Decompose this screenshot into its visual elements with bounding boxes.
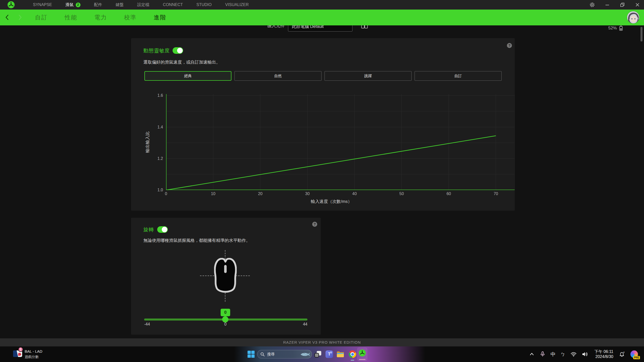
chrome-icon[interactable] [349, 350, 356, 358]
widget-subtitle: 遊戲分數 [25, 355, 39, 359]
dynamic-sensitivity-panel: ? 動態靈敏度 選取偏好的滑鼠速度，或自訂加速輸出。 經典 自然 跳躍 自訂 0… [131, 38, 515, 211]
teams-person-dot [330, 351, 332, 353]
help-icon[interactable]: ? [507, 43, 512, 48]
mode-button-natural[interactable]: 自然 [234, 71, 321, 81]
slider-max-label: 44 [292, 322, 307, 327]
volume-icon[interactable] [582, 351, 588, 357]
help-icon[interactable]: ? [312, 222, 317, 227]
razer-synapse-icon [359, 349, 366, 356]
search-placeholder: 搜尋 [267, 352, 275, 357]
file-explorer-icon[interactable] [337, 351, 344, 358]
device-count-badge: 2 [76, 3, 80, 7]
x-tick-label: 0 [165, 192, 167, 196]
toggle-knob [162, 227, 167, 232]
tab-synapse[interactable]: SYNAPSE [33, 3, 52, 7]
library-icon[interactable] [361, 25, 368, 30]
battery-percent-label: 52% [608, 26, 617, 31]
widget-title: BAL - LAD [25, 349, 42, 353]
tab-mouse[interactable]: 滑鼠 2 [66, 2, 80, 8]
scroll-wheel [224, 265, 227, 273]
screen: SYNAPSE 滑鼠 2 配件 鍵盤 設定檔 CONNECT STUDIO VI… [0, 0, 644, 362]
tab-advanced[interactable]: 進階 [154, 14, 166, 21]
tab-accessories[interactable]: 配件 [94, 2, 102, 8]
close-button[interactable] [634, 2, 640, 8]
x-tick-label: 30 [305, 192, 310, 196]
tab-calibration[interactable]: 校準 [124, 14, 137, 21]
tray-expand-chevron-icon[interactable] [529, 351, 535, 357]
system-tray: 中 ㄅ 下午 06:11 2024/8/30 z [529, 346, 644, 362]
tab-profiles[interactable]: 設定檔 [137, 2, 149, 8]
search-icon [260, 352, 265, 356]
wifi-icon[interactable] [570, 351, 577, 357]
x-tick-label: 20 [258, 192, 263, 196]
x-tick-label: 10 [211, 192, 215, 196]
mode-button-classic[interactable]: 經典 [144, 71, 231, 81]
mouse-illustration [214, 258, 237, 295]
notification-bell-icon[interactable]: z [619, 351, 626, 357]
restore-button[interactable] [619, 2, 625, 8]
x-tick-label: 40 [352, 192, 357, 196]
minimize-button[interactable] [604, 2, 610, 8]
active-app-indicator [359, 359, 366, 360]
dynamic-sensitivity-toggle[interactable] [173, 47, 183, 54]
settings-gear-icon[interactable] [589, 2, 595, 8]
copilot-icon[interactable]: PRE [630, 350, 638, 358]
razer-synapse-taskbar-tile[interactable] [357, 347, 367, 361]
mode-button-jump[interactable]: 跳躍 [325, 71, 412, 81]
mode-buttons: 經典 自然 跳躍 自訂 [144, 71, 502, 81]
tab-visualizer[interactable]: VISUALIZER [225, 3, 249, 7]
slider-center-label: 0 [218, 322, 233, 327]
profile-dropdown[interactable]: 此部電腦 Default [288, 25, 352, 31]
ime-language-indicator[interactable]: 中 [550, 351, 555, 358]
whale-shark-decal [300, 352, 311, 358]
mode-button-custom[interactable]: 自訂 [415, 71, 502, 81]
ime-mode-indicator[interactable]: ㄅ [560, 351, 565, 358]
tab-keyboard[interactable]: 鍵盤 [116, 2, 124, 8]
rotation-slider-handle[interactable] [222, 316, 228, 323]
sensitivity-chart [166, 94, 515, 190]
task-view-icon[interactable] [314, 351, 321, 359]
tab-customize[interactable]: 自訂 [35, 14, 48, 21]
battery-status: 52% [608, 25, 623, 31]
tab-studio[interactable]: STUDIO [196, 3, 212, 7]
import-component-label: 匯入元件 [267, 25, 285, 29]
user-avatar[interactable] [627, 11, 639, 24]
chart-x-axis-label: 輸入速度（次數/ms） [166, 199, 497, 204]
tray-date: 2024/8/30 [594, 354, 613, 359]
rotation-panel: ? 旋轉 無論使用哪種滑鼠抓握風格，都能擁有精準的水平動作。 0 -44 0 4… [131, 218, 321, 335]
y-tick-label: 1.0 [157, 188, 163, 192]
panel-title: 動態靈敏度 [143, 47, 170, 54]
device-name-bar: RAZER VIPER V3 PRO WHITE EDITION [0, 338, 644, 346]
tab-power[interactable]: 電力 [94, 14, 107, 21]
search-input[interactable]: 搜尋 [257, 350, 312, 358]
x-tick-label: 50 [399, 192, 404, 196]
notification-badge: 1 [18, 347, 23, 352]
svg-text:z: z [623, 351, 625, 353]
razer-logo-icon[interactable] [8, 1, 15, 8]
chart-y-axis-label: 輸出輸入比 [145, 131, 150, 153]
slider-min-label: -44 [144, 322, 150, 327]
scrollbar-thumb[interactable] [640, 27, 642, 41]
clipped-top-row: 匯入元件 此部電腦 Default 52% [0, 25, 644, 32]
app-tabs: SYNAPSE 滑鼠 2 配件 鍵盤 設定檔 CONNECT STUDIO VI… [33, 0, 249, 10]
x-tick-label: 70 [494, 192, 498, 196]
microphone-icon[interactable] [540, 351, 546, 357]
start-button[interactable] [248, 351, 255, 359]
tab-performance[interactable]: 性能 [65, 14, 77, 21]
chart-line-series [166, 136, 496, 190]
content-area: 匯入元件 此部電腦 Default 52% ? 動態靈敏度 選取偏好的滑鼠 [0, 25, 644, 338]
window-controls [589, 0, 640, 10]
panel-description: 無論使用哪種滑鼠抓握風格，都能擁有精準的水平動作。 [143, 238, 250, 243]
chrome-running-indicator [351, 360, 354, 361]
y-tick-label: 1.2 [157, 156, 163, 161]
y-tick-label: 1.4 [157, 125, 163, 129]
clock[interactable]: 下午 06:11 2024/8/30 [594, 349, 613, 359]
teams-icon[interactable]: T [326, 350, 333, 358]
forward-arrow-icon[interactable] [17, 14, 23, 21]
tray-time: 下午 06:11 [594, 349, 613, 354]
news-widget[interactable]: 1 BAL - LAD 遊戲分數 [7, 346, 67, 362]
rotation-toggle[interactable] [157, 226, 168, 233]
back-arrow-icon[interactable] [4, 14, 11, 21]
tab-connect[interactable]: CONNECT [163, 3, 183, 7]
x-tick-label: 60 [447, 192, 451, 196]
